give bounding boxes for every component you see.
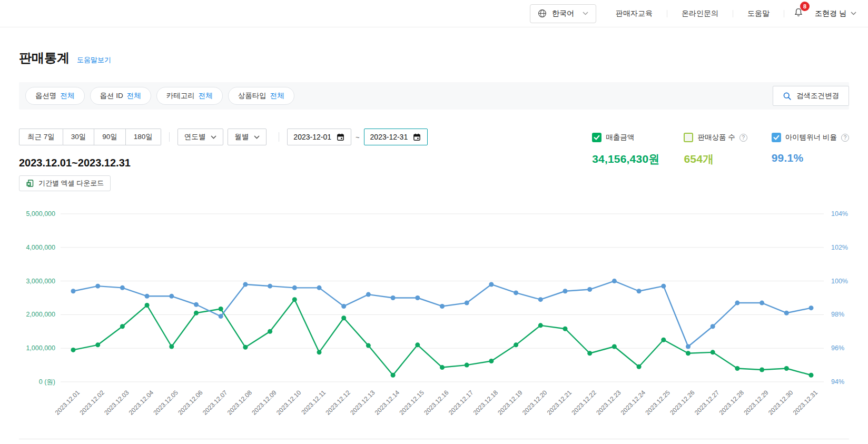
data-point[interactable] — [268, 329, 272, 334]
data-point[interactable] — [661, 338, 666, 342]
data-point[interactable] — [194, 311, 199, 315]
metric-checkbox-row[interactable]: 판매상품 수 ? — [684, 133, 747, 142]
range-7days-button[interactable]: 최근 7일 — [19, 129, 63, 145]
range-180days-button[interactable]: 180일 — [126, 129, 161, 145]
metric-checkbox-row[interactable]: 아이템위너 비율 ? — [772, 133, 849, 142]
data-point[interactable] — [71, 289, 76, 293]
data-point[interactable] — [366, 343, 371, 348]
data-point[interactable] — [243, 345, 248, 350]
data-point[interactable] — [538, 323, 543, 328]
data-point[interactable] — [760, 301, 764, 305]
data-point[interactable] — [243, 282, 248, 287]
data-point[interactable] — [809, 373, 814, 378]
data-point[interactable] — [563, 289, 568, 293]
user-menu[interactable]: 조현경 님 — [815, 9, 856, 18]
date-from-input[interactable]: 2023-12-01 — [287, 129, 351, 145]
metric-checkbox[interactable] — [684, 133, 693, 142]
nav-online-inquiry[interactable]: 온라인문의 — [667, 9, 733, 18]
data-point[interactable] — [489, 359, 494, 363]
right-axis-tick: 104% — [831, 210, 848, 218]
data-point[interactable] — [341, 315, 346, 320]
data-point[interactable] — [686, 351, 691, 356]
data-point[interactable] — [415, 295, 420, 300]
data-point[interactable] — [169, 344, 174, 349]
help-icon[interactable]: ? — [841, 134, 849, 142]
data-point[interactable] — [760, 368, 764, 372]
filter-option-name[interactable]: 옵션명 전체 — [25, 87, 85, 105]
change-search-conditions-button[interactable]: 검색조건변경 — [773, 86, 849, 106]
yearly-dropdown[interactable]: 연도별 — [177, 129, 224, 145]
data-point[interactable] — [366, 292, 371, 297]
data-point[interactable] — [95, 342, 100, 347]
data-point[interactable] — [661, 284, 666, 289]
notifications-button[interactable]: 8 — [793, 6, 804, 21]
excel-download-button[interactable]: 기간별 엑셀 다운로드 — [19, 175, 111, 191]
data-point[interactable] — [391, 295, 396, 300]
x-axis-tick: 2023.12.27 — [693, 389, 721, 417]
range-30days-button[interactable]: 30일 — [63, 129, 95, 145]
metric-checkbox-row[interactable]: 매출금액 ? — [592, 133, 659, 142]
data-point[interactable] — [711, 350, 715, 354]
data-point[interactable] — [219, 314, 223, 319]
data-point[interactable] — [465, 363, 469, 368]
help-icon[interactable]: ? — [739, 134, 747, 142]
data-point[interactable] — [735, 301, 739, 305]
data-point[interactable] — [415, 342, 420, 347]
language-select[interactable]: 한국어 — [530, 4, 596, 23]
data-point[interactable] — [587, 351, 592, 356]
data-point[interactable] — [514, 290, 518, 295]
nav-seller-education[interactable]: 판매자교육 — [601, 9, 667, 18]
nav-help[interactable]: 도움말 — [733, 9, 784, 18]
data-point[interactable] — [169, 294, 174, 299]
help-view-link[interactable]: 도움말보기 — [77, 55, 111, 65]
data-point[interactable] — [317, 350, 322, 354]
x-axis-tick: 2023.12.20 — [521, 389, 549, 417]
calendar-icon[interactable] — [336, 133, 345, 142]
data-point[interactable] — [809, 305, 814, 310]
data-point[interactable] — [341, 304, 346, 309]
calendar-icon[interactable] — [412, 133, 421, 142]
data-point[interactable] — [514, 342, 518, 347]
date-to-input[interactable]: 2023-12-31 — [364, 129, 428, 145]
data-point[interactable] — [465, 301, 469, 305]
metric-checkbox[interactable] — [772, 133, 781, 142]
data-point[interactable] — [292, 285, 297, 290]
data-point[interactable] — [637, 364, 642, 369]
data-point[interactable] — [145, 294, 150, 299]
x-axis-tick: 2023.12.05 — [152, 389, 180, 417]
data-point[interactable] — [784, 311, 789, 315]
data-point[interactable] — [489, 282, 494, 287]
range-90days-button[interactable]: 90일 — [94, 129, 126, 145]
filter-option-id[interactable]: 옵션 ID 전체 — [90, 87, 151, 105]
filter-category[interactable]: 카테고리 전체 — [156, 87, 223, 105]
data-point[interactable] — [95, 284, 100, 289]
data-point[interactable] — [317, 285, 322, 290]
x-axis-tick: 2023.12.07 — [201, 389, 229, 417]
data-point[interactable] — [538, 297, 543, 302]
data-point[interactable] — [784, 366, 789, 371]
data-point[interactable] — [440, 304, 445, 309]
x-axis-tick: 2023.12.19 — [496, 389, 524, 417]
monthly-dropdown[interactable]: 월별 — [228, 129, 267, 145]
data-point[interactable] — [637, 289, 642, 293]
data-point[interactable] — [587, 287, 592, 292]
data-point[interactable] — [145, 303, 150, 308]
data-point[interactable] — [612, 344, 617, 349]
filter-product-type[interactable]: 상품타입 전체 — [228, 87, 294, 105]
data-point[interactable] — [735, 366, 739, 371]
data-point[interactable] — [686, 344, 691, 349]
data-point[interactable] — [219, 307, 223, 311]
quick-range-group: 최근 7일 30일 90일 180일 — [19, 129, 161, 145]
data-point[interactable] — [711, 324, 715, 329]
data-point[interactable] — [612, 279, 617, 283]
data-point[interactable] — [268, 284, 272, 289]
data-point[interactable] — [563, 327, 568, 331]
data-point[interactable] — [120, 324, 125, 329]
data-point[interactable] — [440, 365, 445, 370]
data-point[interactable] — [194, 302, 199, 307]
data-point[interactable] — [120, 285, 125, 290]
data-point[interactable] — [292, 297, 297, 302]
data-point[interactable] — [391, 373, 396, 378]
metric-checkbox[interactable] — [592, 133, 601, 142]
data-point[interactable] — [71, 348, 76, 352]
